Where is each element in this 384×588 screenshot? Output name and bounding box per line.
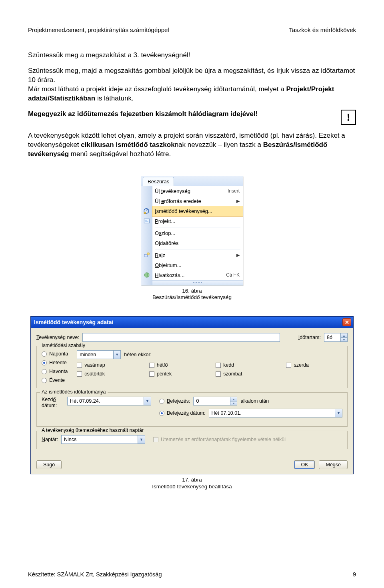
menu-item-recurring-task[interactable]: Ismétlődő tevékenység... <box>152 206 243 216</box>
submenu-arrow-icon: ▶ <box>236 199 240 204</box>
calendar-combo[interactable]: Nincs ▼ <box>61 435 145 444</box>
chevron-down-icon[interactable]: ▼ <box>335 409 342 417</box>
svg-rect-1 <box>144 212 146 214</box>
recurring-task-icon <box>141 207 152 215</box>
freq-yearly-radio[interactable]: Évente <box>42 377 68 383</box>
task-name-label: Tevékenység neve: <box>36 335 79 340</box>
menu-item-hyperlink[interactable]: Hivatkozás... Ctrl+K <box>152 270 243 280</box>
freq-monthly-radio[interactable]: Havonta <box>42 369 68 374</box>
duration-spinner[interactable]: 8ó ▲▼ <box>324 333 348 342</box>
body-paragraph-2: Szüntessük meg, majd a megszakítás gombb… <box>28 66 356 103</box>
submenu-arrow-icon: ▶ <box>236 253 240 258</box>
duration-label: Időtartam: <box>298 335 321 340</box>
doc-header-left: Projektmenedzsment, projektirányítás szá… <box>28 26 169 33</box>
recurrence-groupbox: Ismétlődési szabály Naponta Hetente Havo… <box>36 346 348 388</box>
help-button[interactable]: Súgó <box>36 460 62 469</box>
dialog-title: Ismétlődő tevékenység adatai <box>34 319 113 325</box>
doc-header-right: Taszkok és mérföldkövek <box>289 26 356 33</box>
day-mon-checkbox[interactable]: hétfő <box>149 362 206 368</box>
end-after-spinner[interactable]: 0 ▲▼ <box>193 397 237 405</box>
day-sat-checkbox[interactable]: szombat <box>216 371 276 377</box>
end-after-radio[interactable]: Befejezés: <box>159 398 190 404</box>
range-legend: Az ismétlődés időtartománya <box>40 389 108 395</box>
spinner-up-icon[interactable]: ▲ <box>341 333 347 337</box>
important-icon: ! <box>341 110 356 125</box>
menu-item-drawing[interactable]: Rajz ▶ <box>152 250 243 260</box>
recurrence-legend: Ismétlődési szabály <box>40 343 87 348</box>
calendar-legend: A tevékenység ütemezéséhez használt napt… <box>40 427 145 433</box>
every-n-combo[interactable]: minden ▼ <box>77 350 121 359</box>
menu-item-page-break[interactable]: Oldaltörés <box>152 238 243 248</box>
menu-item-column[interactable]: Oszlop... <box>152 228 243 238</box>
svg-rect-4 <box>145 221 148 222</box>
day-thu-checkbox[interactable]: csütörtök <box>77 371 138 377</box>
figure-caption-text: Beszúrás/Ismétlődő tevékenység <box>152 294 232 301</box>
spinner-up-icon[interactable]: ▲ <box>230 397 237 401</box>
ok-button[interactable]: OK <box>294 460 315 469</box>
svg-rect-5 <box>144 255 148 257</box>
drawing-icon <box>141 251 152 259</box>
page-number: 9 <box>353 571 356 578</box>
menu-shortcut: Ctrl+K <box>226 272 240 278</box>
calendar-groupbox: A tevékenység ütemezéséhez használt napt… <box>36 431 348 449</box>
figure-caption-number: 17. ábra <box>152 477 232 484</box>
body-paragraph-3-bold: Megegyezik az időütemezés fejezetben kis… <box>28 110 335 119</box>
end-after-post-label: alkalom után <box>240 398 269 404</box>
doc-footer-left: Készítette: SZÁMALK Zrt, Szakképzési Iga… <box>28 571 162 578</box>
chevron-down-icon[interactable]: ▼ <box>113 351 120 359</box>
duration-value: 8ó <box>324 333 340 341</box>
day-sun-checkbox[interactable]: vasárnap <box>77 362 138 368</box>
menu-shortcut: Insert <box>228 188 240 194</box>
range-groupbox: Az ismétlődés időtartománya Kezdő dátum:… <box>36 392 348 427</box>
svg-rect-3 <box>145 220 147 221</box>
hyperlink-icon <box>141 271 152 279</box>
freq-daily-radio[interactable]: Naponta <box>42 351 68 357</box>
day-wed-checkbox[interactable]: szerda <box>286 362 342 368</box>
body-paragraph-1: Szüntessük meg a megszakítást a 3. tevék… <box>28 51 356 60</box>
body-paragraph-4: A tevékenységek között lehet olyan, amel… <box>28 131 356 159</box>
close-icon[interactable]: ✕ <box>342 318 351 326</box>
menu-title[interactable]: Beszúrás <box>143 177 174 186</box>
start-date-combo[interactable]: Hét 07.09.24. ▼ <box>67 397 151 405</box>
menu-item-project[interactable]: Projekt... <box>152 216 243 226</box>
menu-item-object[interactable]: Objektum... <box>152 260 243 270</box>
every-post-label: héten ekkor: <box>124 352 152 357</box>
chevron-down-icon[interactable]: ▼ <box>144 397 151 405</box>
project-icon <box>141 217 152 225</box>
end-by-date-combo[interactable]: Hét 07.10.01. ▼ <box>209 409 342 417</box>
figure-caption-text: Ismétlődő tevékenység beállítása <box>152 484 232 490</box>
ignore-resource-cal-checkbox: Ütemezés az erőforrásnaptárak figyelembe… <box>153 437 286 442</box>
end-by-radio[interactable]: Befejezés dátum: <box>159 410 206 416</box>
recurring-task-dialog: Ismétlődő tevékenység adatai ✕ Tevékenys… <box>30 316 354 474</box>
spinner-down-icon[interactable]: ▼ <box>341 337 347 342</box>
menu-item-new-resource[interactable]: Új erőforrás eredete ▶ <box>152 196 243 206</box>
spinner-down-icon[interactable]: ▼ <box>230 401 237 405</box>
figure-caption-number: 16. ábra <box>152 288 232 295</box>
svg-point-6 <box>147 253 150 255</box>
insert-menu: Beszúrás Új tevékenység Insert Új erőfor… <box>141 176 243 285</box>
calendar-label: Naptár: <box>42 437 58 442</box>
task-name-input[interactable] <box>82 333 280 342</box>
day-fri-checkbox[interactable]: péntek <box>149 371 206 377</box>
chevron-down-icon[interactable]: ▼ <box>138 435 145 444</box>
freq-weekly-radio[interactable]: Hetente <box>42 360 68 365</box>
day-tue-checkbox[interactable]: kedd <box>216 362 276 368</box>
menu-item-new-task[interactable]: Új tevékenység Insert <box>152 186 243 196</box>
start-date-label: Kezdő dátum: <box>42 397 64 408</box>
cancel-button[interactable]: Mégse <box>319 460 348 469</box>
